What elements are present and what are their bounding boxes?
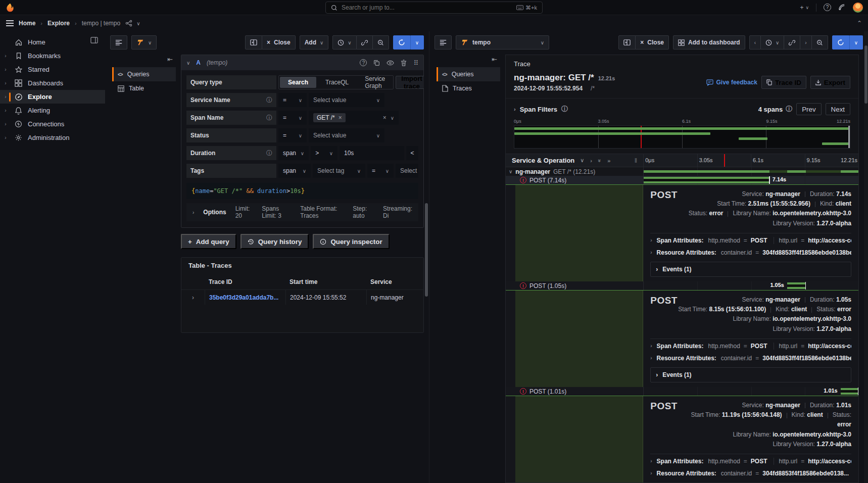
left-pane-scrollbar[interactable] — [425, 203, 428, 297]
rail-item-queries[interactable]: <> Queries — [112, 67, 176, 81]
query-type-traceql[interactable]: TraceQL — [317, 76, 357, 89]
sidebar-item-alerting[interactable]: › Alerting — [0, 104, 105, 117]
span-name-chip[interactable]: GET /*× — [313, 113, 346, 122]
span-attributes-row[interactable]: › Span Attributes: http.method=POST http… — [650, 340, 851, 352]
menu-toggle-icon[interactable] — [6, 20, 14, 26]
table-row[interactable]: › 35be0f3d29a01adda7b... 2024-12-09 15:5… — [181, 289, 423, 305]
resource-attributes-row[interactable]: › Resource Attributes: container.id=304f… — [650, 467, 851, 479]
query-ref-id[interactable]: A — [196, 59, 201, 66]
span-name-value-select[interactable]: GET /*× ×∨ — [309, 111, 399, 125]
help-icon[interactable]: ? — [824, 4, 831, 11]
duration-scope-select[interactable]: span∨ — [278, 146, 309, 160]
rail-item-queries-right[interactable]: <> Queries — [437, 67, 500, 81]
span-bar[interactable] — [787, 282, 806, 289]
remove-query-icon[interactable] — [401, 60, 407, 66]
trace-id-button[interactable]: Trace ID — [761, 76, 806, 89]
collapse-rail-icon[interactable]: ⇤ — [492, 56, 497, 63]
expand-all-icon[interactable]: » — [607, 158, 610, 164]
span-row-post-7s[interactable]: ! POST (7.14s) 7.14s — [506, 176, 858, 184]
collapse-query-icon[interactable]: ∨ — [186, 60, 190, 66]
span-row-post-1-01s[interactable]: ! POST (1.01s) 1.01s — [506, 387, 858, 396]
clear-select-icon[interactable]: × — [383, 114, 387, 121]
sidebar-item-starred[interactable]: › Starred — [0, 63, 105, 76]
sidebar-item-home[interactable]: Home — [0, 35, 105, 49]
datasource-picker-right[interactable]: tempo ∨ — [456, 35, 549, 50]
tags-value-select[interactable]: Select va — [396, 164, 418, 178]
news-icon[interactable] — [838, 4, 846, 11]
split-pane-button-right[interactable] — [618, 35, 636, 50]
add-to-dashboard-button[interactable]: Add to dashboard — [673, 35, 745, 50]
grafana-logo[interactable] — [5, 3, 15, 13]
import-trace-button[interactable]: Import trace — [396, 76, 424, 89]
query-options-row[interactable]: › Options Limit: 20 Spans Limit: 3 Table… — [186, 203, 418, 221]
remove-chip-icon[interactable]: × — [339, 114, 342, 121]
add-new-button[interactable]: + ∨ — [800, 4, 809, 11]
events-row[interactable]: ›Events (1) — [650, 262, 851, 277]
status-value-select[interactable]: Select value∨ — [309, 128, 384, 142]
collapse-one-icon[interactable]: ∨ — [580, 157, 584, 164]
zoom-out-button-left[interactable] — [373, 35, 389, 50]
query-inspector-button[interactable]: Query inspector — [313, 234, 389, 249]
add-dropdown-left[interactable]: Add∨ — [300, 35, 329, 50]
share-icon[interactable] — [125, 20, 132, 27]
run-query-button-left[interactable] — [393, 35, 410, 50]
tags-scope-select[interactable]: span∨ — [278, 164, 311, 178]
query-type-search[interactable]: Search — [280, 77, 316, 88]
duration-value-input[interactable]: 10s — [340, 146, 404, 160]
time-shift-forward-button[interactable]: › — [800, 35, 811, 50]
run-query-interval-chevron-left[interactable]: ∨ — [410, 35, 424, 50]
trace-minimap[interactable]: 0μs 3.05s 6.1s 9.15s 12.21s — [514, 119, 850, 149]
sidebar-item-connections[interactable]: › Connections — [0, 117, 105, 131]
zoom-out-button-right[interactable] — [812, 35, 828, 50]
span-attributes-row[interactable]: › Span Attributes: http.method=POST http… — [650, 455, 851, 467]
sidebar-item-administration[interactable]: › Administration — [0, 131, 105, 144]
column-service[interactable]: Service — [366, 278, 423, 285]
service-name-operator-select[interactable]: =∨ — [278, 93, 307, 107]
resource-attributes-row[interactable]: › Resource Attributes: container.id=304f… — [650, 352, 851, 364]
export-button[interactable]: Export — [810, 76, 850, 89]
tags-operator-select[interactable]: =∨ — [367, 164, 394, 178]
prev-span-button[interactable]: Prev — [796, 103, 821, 115]
close-pane-button-right[interactable]: ×Close — [636, 35, 669, 50]
minimap-canvas[interactable] — [514, 125, 850, 149]
sidebar-item-explore[interactable]: › Explore — [0, 90, 105, 104]
span-attributes-row[interactable]: › Span Attributes: http.method=POST http… — [650, 234, 851, 247]
chevron-down-icon[interactable]: ∨ — [509, 169, 512, 174]
datasource-picker-left[interactable]: ∨ — [131, 35, 157, 50]
span-row-post-1-05s[interactable]: ! POST (1.05s) 1.05s — [506, 281, 858, 290]
row-expander-icon[interactable]: › — [181, 294, 205, 301]
expand-one-icon[interactable]: › — [590, 158, 592, 164]
chevron-up-icon[interactable]: ⌃ — [857, 20, 862, 27]
run-query-button-right[interactable] — [832, 35, 849, 50]
breadcrumb-explore[interactable]: Explore — [47, 20, 70, 27]
service-name-value-select[interactable]: Select value∨ — [309, 93, 384, 107]
permalink-button-right[interactable] — [784, 35, 800, 50]
span-name-operator-select[interactable]: =∨ — [278, 111, 307, 125]
close-pane-button-left[interactable]: ×Close — [262, 35, 296, 50]
rail-item-traces[interactable]: Traces — [437, 81, 500, 95]
time-picker-left[interactable]: ∨ — [332, 35, 356, 50]
run-query-interval-chevron-right[interactable]: ∨ — [849, 35, 863, 50]
minimap-drag-handle[interactable] — [848, 126, 850, 148]
column-resize-handle[interactable]: ‖ — [635, 157, 637, 164]
toggle-visibility-icon[interactable] — [387, 60, 394, 66]
time-picker-right[interactable]: ∨ — [761, 35, 784, 50]
resource-attributes-row[interactable]: › Resource Attributes: container.id=304f… — [650, 247, 851, 259]
events-row[interactable]: ›Events (1) — [650, 367, 851, 382]
time-shift-back-button[interactable]: ‹ — [749, 35, 761, 50]
query-library-button-right[interactable] — [435, 35, 452, 50]
user-avatar[interactable] — [853, 3, 863, 13]
collapse-rail-icon[interactable]: ⇤ — [167, 56, 173, 63]
global-search[interactable]: ⌘+k — [325, 2, 543, 14]
span-bar[interactable] — [644, 177, 769, 183]
chevron-down-icon[interactable]: ∨ — [136, 21, 140, 26]
span-bar[interactable] — [841, 388, 858, 395]
duplicate-query-icon[interactable] — [373, 60, 380, 66]
drag-handle-icon[interactable]: ⠿ — [413, 59, 418, 67]
rail-item-table[interactable]: Table — [112, 81, 176, 95]
search-input[interactable] — [342, 4, 512, 11]
span-filters-toggle[interactable]: ›Span Filtersⓘ — [514, 105, 568, 114]
give-feedback-link[interactable]: Give feedback — [706, 79, 757, 86]
query-library-button[interactable] — [110, 35, 127, 50]
collapse-all-icon[interactable]: » — [597, 159, 603, 162]
